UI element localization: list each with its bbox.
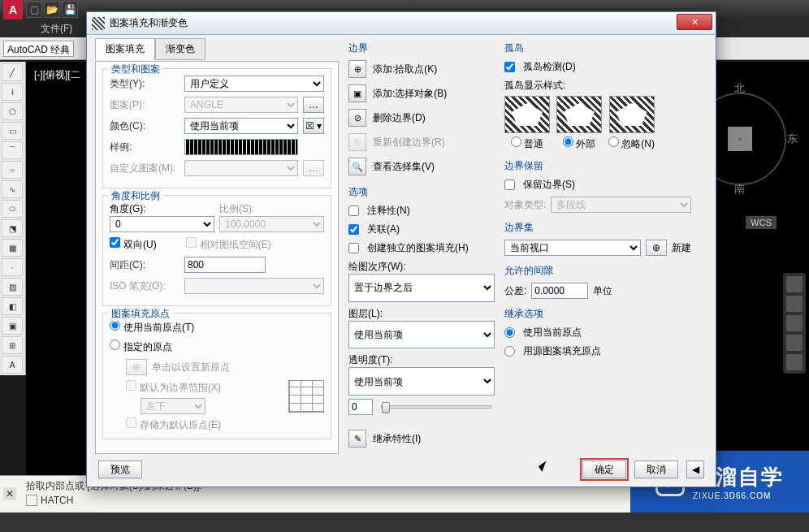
spline-icon[interactable]: ∿ bbox=[2, 180, 23, 198]
open-icon[interactable]: 📂 bbox=[44, 2, 60, 18]
ok-button[interactable]: 确定 bbox=[582, 461, 626, 478]
type-select[interactable]: 用户定义 bbox=[184, 76, 324, 92]
island-outer-radio[interactable]: 外部 bbox=[563, 136, 595, 151]
group-origin-title: 图案填充原点 bbox=[108, 307, 173, 321]
spacing-input[interactable] bbox=[184, 257, 266, 273]
arc-icon[interactable]: ⌒ bbox=[2, 141, 23, 159]
sample-label: 样例: bbox=[110, 141, 180, 154]
origin-specified-radio[interactable]: 指定的原点 bbox=[110, 340, 172, 354]
new-icon[interactable]: ▢ bbox=[26, 2, 42, 18]
islands-title: 孤岛 bbox=[504, 41, 691, 55]
transparency-slider[interactable] bbox=[381, 405, 491, 409]
ellipse-arc-icon[interactable]: ⬔ bbox=[2, 219, 23, 237]
save-icon[interactable]: 💾 bbox=[62, 2, 78, 18]
point-icon[interactable]: · bbox=[2, 258, 23, 276]
pick-origin-label: 单击以设置新原点 bbox=[152, 361, 230, 374]
cancel-button[interactable]: 取消 bbox=[634, 461, 678, 478]
island-outer-icon[interactable] bbox=[556, 96, 602, 133]
collapse-button[interactable]: ◀ bbox=[686, 461, 704, 478]
sample-swatch[interactable] bbox=[184, 139, 298, 155]
pan-icon[interactable] bbox=[786, 296, 803, 312]
add-pick-label: 添加:拾取点(K) bbox=[373, 63, 437, 76]
pattern-label: 图案(P): bbox=[110, 98, 180, 112]
transparency-select[interactable]: 使用当前项 bbox=[348, 367, 495, 396]
gap-label: 公差: bbox=[504, 284, 526, 298]
angle-select[interactable]: 0 bbox=[110, 216, 214, 232]
close-icon[interactable]: ✕ bbox=[3, 487, 16, 500]
polyline-icon[interactable]: ⌇ bbox=[2, 83, 23, 101]
remove-boundary-icon[interactable]: ⊘ bbox=[348, 109, 366, 127]
inherit-current-radio[interactable]: 使用当前原点 bbox=[504, 326, 691, 340]
scale-label: 比例(S): bbox=[219, 202, 324, 216]
retain-boundary-checkbox[interactable]: 保留边界(S) bbox=[504, 178, 691, 192]
inherit-source-radio[interactable]: 用源图案填充原点 bbox=[504, 344, 691, 358]
text-icon[interactable]: A bbox=[2, 356, 23, 374]
island-normal-icon[interactable] bbox=[504, 96, 550, 133]
tab-gradient[interactable]: 渐变色 bbox=[155, 38, 205, 60]
color-select[interactable]: 使用当前项 bbox=[184, 118, 298, 134]
add-select-icon[interactable]: ▣ bbox=[348, 84, 366, 102]
rectangle-icon[interactable]: ▭ bbox=[2, 122, 23, 140]
color-label: 颜色(C): bbox=[110, 119, 180, 133]
line-icon[interactable]: ╱ bbox=[2, 63, 23, 81]
inherit-title: 继承选项 bbox=[504, 307, 691, 321]
orbit-icon[interactable] bbox=[786, 335, 803, 351]
recreate-boundary-icon: ↻ bbox=[348, 133, 366, 151]
command-icon bbox=[26, 495, 37, 506]
inherit-props-icon[interactable]: ✎ bbox=[348, 430, 366, 448]
table-icon[interactable]: ⊞ bbox=[2, 336, 23, 354]
separate-checkbox[interactable]: 创建独立的图案填充(H) bbox=[348, 241, 495, 255]
region-icon[interactable]: ▣ bbox=[2, 317, 23, 335]
angle-label: 角度(G): bbox=[110, 202, 214, 216]
draw-order-label: 绘图次序(W): bbox=[348, 260, 495, 274]
island-style-label: 孤岛显示样式: bbox=[504, 79, 691, 93]
draw-toolbar: ╱ ⌇ ⬠ ▭ ⌒ ○ ∿ ⬭ ⬔ ▦ · ▨ ◧ ▣ ⊞ A bbox=[0, 62, 26, 375]
iso-label: ISO 笔宽(O): bbox=[110, 279, 180, 293]
group-angle-title: 角度和比例 bbox=[108, 189, 163, 203]
boundary-set-select[interactable]: 当前视口 bbox=[504, 240, 641, 256]
island-ignore-icon[interactable] bbox=[609, 96, 655, 133]
transparency-label: 透明度(T): bbox=[348, 353, 495, 367]
hatch-dialog-icon bbox=[92, 17, 105, 30]
gap-title: 允许的间隙 bbox=[504, 264, 691, 278]
draw-order-select[interactable]: 置于边界之后 bbox=[348, 274, 495, 302]
polygon-icon[interactable]: ⬠ bbox=[2, 102, 23, 120]
app-logo: A bbox=[3, 0, 23, 19]
dialog-titlebar[interactable]: 图案填充和渐变色 ✕ bbox=[87, 12, 716, 35]
command-input[interactable]: HATCH bbox=[41, 495, 73, 506]
group-type-title: 类型和图案 bbox=[108, 63, 163, 76]
block-icon[interactable]: ▦ bbox=[2, 239, 23, 257]
recreate-label: 重新创建边界(R) bbox=[373, 136, 445, 149]
circle-icon[interactable]: ○ bbox=[2, 161, 23, 179]
ellipse-icon[interactable]: ⬭ bbox=[2, 200, 23, 218]
view-selection-icon[interactable]: 🔍 bbox=[348, 158, 366, 175]
retain-title: 边界保留 bbox=[504, 159, 691, 173]
wcs-badge: WCS bbox=[746, 216, 777, 229]
island-ignore-radio[interactable]: 忽略(N) bbox=[608, 136, 655, 151]
layer-select[interactable]: 使用当前项 bbox=[348, 321, 495, 349]
double-checkbox[interactable]: 双向(U) bbox=[110, 237, 157, 252]
gradient-icon[interactable]: ◧ bbox=[2, 297, 23, 315]
island-normal-radio[interactable]: 普通 bbox=[511, 136, 543, 151]
zoom-icon[interactable] bbox=[786, 315, 803, 331]
add-pick-icon[interactable]: ⊕ bbox=[348, 60, 366, 78]
island-detect-checkbox[interactable]: 孤岛检测(D) bbox=[504, 60, 691, 74]
steering-wheel-icon[interactable] bbox=[786, 276, 803, 292]
preview-button[interactable]: 预览 bbox=[98, 461, 142, 478]
associative-checkbox[interactable]: 关联(A) bbox=[348, 223, 495, 236]
transparency-value[interactable] bbox=[348, 399, 373, 415]
origin-current-radio[interactable]: 使用当前原点(T) bbox=[110, 320, 194, 335]
iso-select bbox=[184, 278, 324, 294]
new-boundary-set-icon[interactable]: ⊕ bbox=[646, 240, 667, 256]
close-button[interactable]: ✕ bbox=[677, 14, 712, 30]
file-menu[interactable]: 文件(F) bbox=[41, 22, 72, 36]
bg-color-button[interactable]: ☒ ▾ bbox=[303, 118, 324, 134]
tab-hatch[interactable]: 图案填充 bbox=[95, 38, 155, 60]
showmotion-icon[interactable] bbox=[786, 354, 803, 370]
annotative-checkbox[interactable]: 注释性(N) bbox=[348, 204, 495, 218]
workspace-selector[interactable]: AutoCAD 经典 bbox=[3, 41, 74, 57]
hatch-icon[interactable]: ▨ bbox=[2, 278, 23, 296]
pattern-browse-button[interactable]: … bbox=[303, 97, 324, 113]
gap-unit-label: 单位 bbox=[593, 284, 612, 298]
gap-input[interactable] bbox=[531, 283, 588, 299]
